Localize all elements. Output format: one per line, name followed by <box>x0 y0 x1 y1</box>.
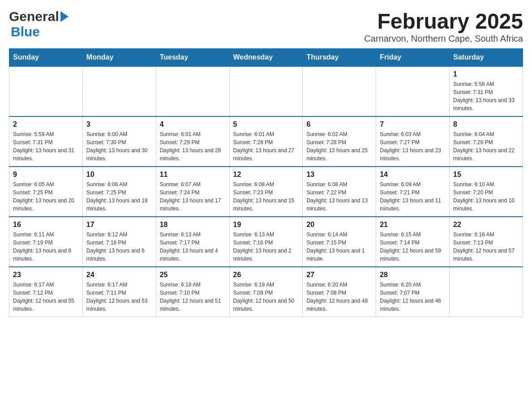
day-of-week-thursday: Thursday <box>303 49 376 67</box>
table-row <box>82 66 156 116</box>
calendar-week-4: 23Sunrise: 6:17 AM Sunset: 7:12 PM Dayli… <box>9 267 523 317</box>
calendar-week-1: 2Sunrise: 5:59 AM Sunset: 7:31 PM Daylig… <box>9 116 523 167</box>
day-of-week-sunday: Sunday <box>9 49 83 67</box>
day-info: Sunrise: 6:07 AM Sunset: 7:24 PM Dayligh… <box>160 180 226 213</box>
day-number: 13 <box>306 171 372 179</box>
day-info: Sunrise: 5:58 AM Sunset: 7:31 PM Dayligh… <box>453 80 519 112</box>
table-row: 2Sunrise: 5:59 AM Sunset: 7:31 PM Daylig… <box>9 116 83 167</box>
table-row: 9Sunrise: 6:05 AM Sunset: 7:25 PM Daylig… <box>9 167 83 217</box>
day-info: Sunrise: 6:20 AM Sunset: 7:07 PM Dayligh… <box>380 281 446 313</box>
day-info: Sunrise: 6:13 AM Sunset: 7:17 PM Dayligh… <box>160 231 226 263</box>
day-info: Sunrise: 6:16 AM Sunset: 7:13 PM Dayligh… <box>453 231 519 263</box>
day-info: Sunrise: 6:17 AM Sunset: 7:11 PM Dayligh… <box>86 281 152 313</box>
day-info: Sunrise: 6:11 AM Sunset: 7:19 PM Dayligh… <box>13 231 79 263</box>
day-info: Sunrise: 6:13 AM Sunset: 7:16 PM Dayligh… <box>233 231 299 263</box>
day-number: 8 <box>453 120 519 128</box>
day-number: 2 <box>13 120 79 128</box>
day-number: 28 <box>380 271 446 279</box>
day-info: Sunrise: 6:01 AM Sunset: 7:28 PM Dayligh… <box>233 130 299 163</box>
calendar-header: SundayMondayTuesdayWednesdayThursdayFrid… <box>9 49 523 67</box>
day-number: 18 <box>160 221 226 229</box>
day-info: Sunrise: 6:02 AM Sunset: 7:28 PM Dayligh… <box>306 130 372 163</box>
calendar-week-2: 9Sunrise: 6:05 AM Sunset: 7:25 PM Daylig… <box>9 167 523 217</box>
header-row: SundayMondayTuesdayWednesdayThursdayFrid… <box>9 49 523 67</box>
day-info: Sunrise: 6:12 AM Sunset: 7:18 PM Dayligh… <box>86 231 152 263</box>
day-info: Sunrise: 6:03 AM Sunset: 7:27 PM Dayligh… <box>380 130 446 163</box>
day-info: Sunrise: 6:14 AM Sunset: 7:15 PM Dayligh… <box>306 231 372 263</box>
calendar-body: 1Sunrise: 5:58 AM Sunset: 7:31 PM Daylig… <box>9 66 523 317</box>
day-info: Sunrise: 6:00 AM Sunset: 7:30 PM Dayligh… <box>86 130 152 163</box>
table-row: 19Sunrise: 6:13 AM Sunset: 7:16 PM Dayli… <box>229 217 303 267</box>
day-info: Sunrise: 6:10 AM Sunset: 7:20 PM Dayligh… <box>453 180 519 213</box>
day-number: 10 <box>86 171 152 179</box>
location-text: Carnarvon, Northern Cape, South Africa <box>364 34 523 44</box>
calendar-week-0: 1Sunrise: 5:58 AM Sunset: 7:31 PM Daylig… <box>9 66 523 116</box>
day-number: 14 <box>380 171 446 179</box>
day-number: 23 <box>13 271 79 279</box>
day-number: 27 <box>306 271 372 279</box>
table-row: 21Sunrise: 6:15 AM Sunset: 7:14 PM Dayli… <box>376 217 450 267</box>
table-row: 3Sunrise: 6:00 AM Sunset: 7:30 PM Daylig… <box>82 116 156 167</box>
day-info: Sunrise: 5:59 AM Sunset: 7:31 PM Dayligh… <box>13 130 79 163</box>
table-row: 5Sunrise: 6:01 AM Sunset: 7:28 PM Daylig… <box>229 116 303 167</box>
table-row <box>156 66 229 116</box>
table-row: 27Sunrise: 6:20 AM Sunset: 7:08 PM Dayli… <box>303 267 376 317</box>
day-info: Sunrise: 6:06 AM Sunset: 7:25 PM Dayligh… <box>86 180 152 213</box>
day-of-week-saturday: Saturday <box>450 49 523 67</box>
month-title: February 2025 <box>364 9 523 34</box>
title-block: February 2025 Carnarvon, Northern Cape, … <box>364 9 523 44</box>
table-row: 7Sunrise: 6:03 AM Sunset: 7:27 PM Daylig… <box>376 116 450 167</box>
day-info: Sunrise: 6:18 AM Sunset: 7:10 PM Dayligh… <box>160 281 226 313</box>
table-row: 10Sunrise: 6:06 AM Sunset: 7:25 PM Dayli… <box>82 167 156 217</box>
table-row: 4Sunrise: 6:01 AM Sunset: 7:29 PM Daylig… <box>156 116 229 167</box>
table-row: 17Sunrise: 6:12 AM Sunset: 7:18 PM Dayli… <box>82 217 156 267</box>
day-number: 5 <box>233 120 299 128</box>
table-row: 13Sunrise: 6:08 AM Sunset: 7:22 PM Dayli… <box>303 167 376 217</box>
day-number: 3 <box>86 120 152 128</box>
table-row: 14Sunrise: 6:09 AM Sunset: 7:21 PM Dayli… <box>376 167 450 217</box>
day-number: 1 <box>453 70 519 78</box>
day-number: 24 <box>86 271 152 279</box>
table-row: 1Sunrise: 5:58 AM Sunset: 7:31 PM Daylig… <box>450 66 523 116</box>
logo-general-text: General <box>9 9 59 24</box>
day-number: 20 <box>306 221 372 229</box>
day-info: Sunrise: 6:01 AM Sunset: 7:29 PM Dayligh… <box>160 130 226 163</box>
table-row <box>303 66 376 116</box>
day-info: Sunrise: 6:17 AM Sunset: 7:12 PM Dayligh… <box>13 281 79 313</box>
table-row: 18Sunrise: 6:13 AM Sunset: 7:17 PM Dayli… <box>156 217 229 267</box>
day-number: 7 <box>380 120 446 128</box>
day-number: 22 <box>453 221 519 229</box>
table-row: 11Sunrise: 6:07 AM Sunset: 7:24 PM Dayli… <box>156 167 229 217</box>
calendar-table: SundayMondayTuesdayWednesdayThursdayFrid… <box>9 48 523 317</box>
day-number: 16 <box>13 221 79 229</box>
day-number: 17 <box>86 221 152 229</box>
page-header: General Blue February 2025 Carnarvon, No… <box>9 9 523 44</box>
table-row <box>450 267 523 317</box>
day-number: 12 <box>233 171 299 179</box>
day-number: 21 <box>380 221 446 229</box>
table-row: 6Sunrise: 6:02 AM Sunset: 7:28 PM Daylig… <box>303 116 376 167</box>
table-row: 26Sunrise: 6:19 AM Sunset: 7:09 PM Dayli… <box>229 267 303 317</box>
table-row <box>9 66 83 116</box>
day-info: Sunrise: 6:15 AM Sunset: 7:14 PM Dayligh… <box>380 231 446 263</box>
day-number: 11 <box>160 171 226 179</box>
day-number: 4 <box>160 120 226 128</box>
table-row: 28Sunrise: 6:20 AM Sunset: 7:07 PM Dayli… <box>376 267 450 317</box>
table-row: 8Sunrise: 6:04 AM Sunset: 7:26 PM Daylig… <box>450 116 523 167</box>
day-info: Sunrise: 6:08 AM Sunset: 7:23 PM Dayligh… <box>233 180 299 213</box>
table-row: 24Sunrise: 6:17 AM Sunset: 7:11 PM Dayli… <box>82 267 156 317</box>
day-of-week-friday: Friday <box>376 49 450 67</box>
day-info: Sunrise: 6:04 AM Sunset: 7:26 PM Dayligh… <box>453 130 519 163</box>
table-row <box>376 66 450 116</box>
logo-arrow-icon <box>60 11 69 22</box>
day-number: 25 <box>160 271 226 279</box>
table-row: 12Sunrise: 6:08 AM Sunset: 7:23 PM Dayli… <box>229 167 303 217</box>
day-number: 6 <box>306 120 372 128</box>
day-number: 19 <box>233 221 299 229</box>
day-info: Sunrise: 6:05 AM Sunset: 7:25 PM Dayligh… <box>13 180 79 213</box>
table-row: 15Sunrise: 6:10 AM Sunset: 7:20 PM Dayli… <box>450 167 523 217</box>
logo-blue-text: Blue <box>11 24 40 39</box>
logo: General Blue <box>9 9 69 39</box>
table-row: 22Sunrise: 6:16 AM Sunset: 7:13 PM Dayli… <box>450 217 523 267</box>
day-info: Sunrise: 6:08 AM Sunset: 7:22 PM Dayligh… <box>306 180 372 213</box>
